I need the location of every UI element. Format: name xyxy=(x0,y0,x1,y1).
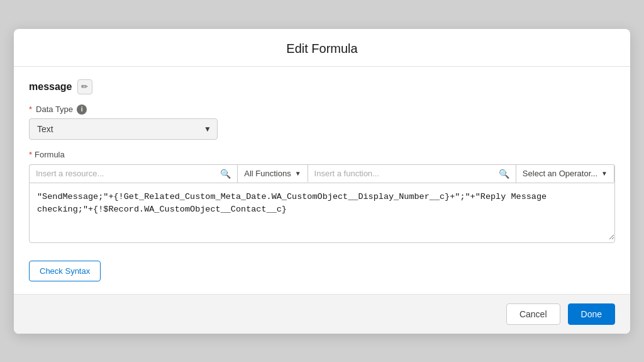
cancel-button[interactable]: Cancel xyxy=(506,303,560,325)
formula-label: * Formula xyxy=(29,150,615,159)
resource-input[interactable] xyxy=(36,169,216,178)
data-type-label: * Data Type i xyxy=(29,105,615,115)
operator-chevron-down-icon: ▼ xyxy=(601,170,608,177)
resource-search-icon: 🔍 xyxy=(220,169,231,179)
modal-overlay: Edit Formula message ✏ * Data Type i xyxy=(0,0,644,362)
formula-required-indicator: * xyxy=(29,150,32,159)
formula-toolbar: 🔍 All Functions ▼ 🔍 Select an Opera xyxy=(29,164,615,183)
pencil-icon: ✏ xyxy=(81,82,88,91)
field-name-row: message ✏ xyxy=(29,79,615,94)
data-type-info-icon[interactable]: i xyxy=(77,105,87,115)
function-input[interactable] xyxy=(314,169,495,178)
formula-textarea-wrapper: "SendMessage;"+{!Get_Related_Custom_Meta… xyxy=(29,183,615,243)
edit-formula-modal: Edit Formula message ✏ * Data Type i xyxy=(14,29,630,334)
check-syntax-button[interactable]: Check Syntax xyxy=(29,261,101,281)
data-type-group: * Data Type i Text ▼ xyxy=(29,105,615,140)
modal-header: Edit Formula xyxy=(14,29,630,67)
operator-dropdown[interactable]: Select an Operator... ▼ xyxy=(516,165,614,182)
function-input-wrapper: 🔍 xyxy=(308,165,516,183)
data-type-select[interactable]: Text xyxy=(29,118,218,140)
function-search-icon: 🔍 xyxy=(499,169,509,179)
done-button[interactable]: Done xyxy=(568,303,615,325)
modal-body: message ✏ * Data Type i Text ▼ xyxy=(14,67,630,294)
formula-group: * Formula 🔍 All Functions ▼ xyxy=(29,150,615,243)
field-name-label: message xyxy=(29,81,72,93)
functions-chevron-down-icon: ▼ xyxy=(295,170,301,177)
modal-title: Edit Formula xyxy=(29,42,615,56)
functions-dropdown[interactable]: All Functions ▼ xyxy=(238,165,308,182)
resource-input-wrapper: 🔍 xyxy=(30,165,238,183)
functions-label: All Functions xyxy=(244,169,291,178)
data-type-select-wrapper: Text ▼ xyxy=(29,118,218,140)
required-indicator: * xyxy=(29,105,32,114)
operator-placeholder: Select an Operator... xyxy=(523,169,597,178)
modal-footer: Cancel Done xyxy=(14,294,630,334)
formula-textarea[interactable]: "SendMessage;"+{!Get_Related_Custom_Meta… xyxy=(30,183,614,240)
edit-field-name-button[interactable]: ✏ xyxy=(77,79,92,94)
